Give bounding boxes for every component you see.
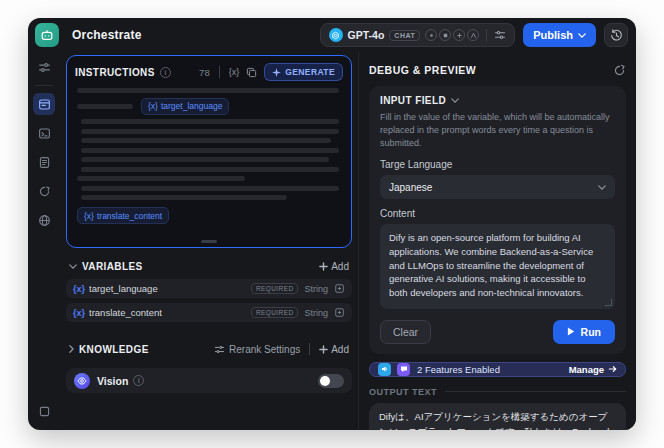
divider	[35, 85, 53, 86]
output-text-header: OUTPUT TEXT	[369, 387, 626, 397]
variable-row[interactable]: {x} target_language REQUIRED String	[66, 279, 352, 298]
variable-prefix: {x}	[148, 101, 158, 111]
capability-icon	[453, 29, 465, 41]
arrow-right-icon	[608, 365, 617, 373]
capability-icon	[425, 29, 437, 41]
manage-label: Manage	[569, 364, 604, 375]
app-logo-robot-icon[interactable]	[35, 23, 59, 47]
variable-type: String	[304, 284, 328, 294]
clear-button[interactable]: Clear	[380, 320, 431, 344]
run-button[interactable]: Run	[553, 320, 615, 344]
textarea-resize-grip[interactable]	[605, 299, 612, 306]
model-settings-icon[interactable]	[33, 56, 55, 78]
input-field-card: INPUT FIELD Fill in the value of the var…	[369, 86, 626, 354]
conversation-feature-icon	[397, 363, 410, 376]
output-text-bubble: Difyは、AIアプリケーションを構築するためのオープンソースプラットフォームで…	[369, 403, 626, 430]
add-knowledge-button[interactable]: Add	[319, 344, 349, 355]
required-badge: REQUIRED	[251, 307, 299, 318]
plus-icon	[319, 262, 328, 271]
required-badge: REQUIRED	[251, 283, 299, 294]
vision-toggle[interactable]	[318, 374, 344, 388]
input-field-header[interactable]: INPUT FIELD	[380, 95, 615, 106]
insert-variable-icon[interactable]: {x}	[229, 67, 240, 77]
chevron-down-icon	[598, 185, 606, 190]
output-text-title: OUTPUT TEXT	[369, 387, 437, 397]
copy-icon[interactable]	[246, 67, 257, 78]
divider	[219, 66, 220, 78]
features-enabled-label: 2 Features Enabled	[417, 364, 500, 375]
rerank-settings-button[interactable]: Rerank Settings	[214, 344, 300, 355]
variable-row[interactable]: {x} translate_content REQUIRED String	[66, 303, 352, 322]
left-sidebar	[28, 52, 60, 430]
model-params-icon[interactable]	[494, 29, 506, 41]
chevron-down-icon	[451, 98, 459, 103]
target-language-value: Japanese	[389, 182, 432, 193]
chevron-right-icon[interactable]	[69, 345, 74, 353]
capability-icon	[439, 29, 451, 41]
orchestrate-panel: INSTRUCTIONS i 78 {x}	[60, 52, 358, 430]
variable-prefix: {x}	[73, 308, 85, 318]
input-field-title: INPUT FIELD	[380, 95, 446, 106]
history-button[interactable]	[604, 23, 628, 47]
openai-icon	[329, 28, 343, 42]
clear-label: Clear	[393, 326, 418, 338]
type-settings-icon[interactable]	[334, 283, 345, 294]
restart-icon[interactable]	[613, 64, 626, 77]
info-icon: i	[160, 67, 171, 78]
variable-chip-label: target_language	[161, 101, 222, 111]
run-label: Run	[581, 326, 601, 338]
content-label: Content	[380, 208, 615, 219]
debug-preview-title: DEBUG & PREVIEW	[369, 64, 476, 76]
resize-handle[interactable]	[201, 240, 217, 243]
debug-preview-panel: DEBUG & PREVIEW INPUT FIELD Fill	[358, 52, 636, 430]
sidebar-item-logs[interactable]	[33, 151, 55, 173]
generate-label: GENERATE	[285, 67, 335, 77]
text-to-speech-feature-icon	[378, 363, 391, 376]
vision-label: Vision	[97, 375, 128, 387]
prompt-text: {x} target_language	[75, 82, 343, 229]
sidebar-item-embed[interactable]	[33, 400, 55, 422]
chevron-down-icon	[578, 33, 586, 38]
publish-button[interactable]: Publish	[523, 23, 596, 47]
manage-features-button[interactable]: Manage	[569, 364, 617, 375]
play-icon	[567, 327, 575, 336]
variable-chip[interactable]: {x} target_language	[141, 98, 229, 115]
target-language-label: Targe Language	[380, 159, 615, 170]
vision-eye-icon	[74, 373, 90, 389]
variable-chip[interactable]: {x} translate_content	[77, 207, 169, 224]
variable-name: translate_content	[89, 307, 162, 318]
target-language-select[interactable]: Japanese	[380, 175, 615, 199]
generate-button[interactable]: GENERATE	[264, 63, 343, 81]
tune-icon	[214, 344, 225, 355]
features-enabled-bar[interactable]: 2 Features Enabled Manage	[369, 362, 626, 377]
app-header: Orchestrate GPT-4o CHAT	[28, 18, 636, 52]
sparkle-icon	[272, 68, 281, 77]
variable-type: String	[304, 308, 328, 318]
instructions-editor[interactable]: INSTRUCTIONS i 78 {x}	[66, 55, 352, 248]
knowledge-title: KNOWLEDGE	[79, 344, 149, 355]
input-field-description: Fill in the value of the variable, which…	[380, 111, 615, 150]
variable-name: target_language	[89, 283, 158, 294]
variables-title: VARIABLES	[82, 261, 143, 272]
model-capability-icons	[425, 29, 479, 41]
knowledge-section-header: KNOWLEDGE Rerank Settings Add	[66, 336, 352, 362]
add-label: Add	[331, 261, 349, 272]
add-label: Add	[331, 344, 349, 355]
type-settings-icon[interactable]	[334, 307, 345, 318]
capability-icon	[467, 29, 479, 41]
sidebar-item-explore[interactable]	[33, 209, 55, 231]
sidebar-item-orchestrate[interactable]	[33, 93, 55, 115]
sidebar-item-terminal[interactable]	[33, 122, 55, 144]
sidebar-item-annotation[interactable]	[33, 180, 55, 202]
info-icon: i	[133, 375, 144, 386]
plus-icon	[319, 345, 328, 354]
content-value: Dify is an open-source platform for buil…	[389, 232, 593, 298]
chevron-down-icon[interactable]	[69, 264, 77, 269]
variable-chip-label: translate_content	[97, 211, 162, 221]
publish-label: Publish	[533, 29, 573, 41]
add-variable-button[interactable]: Add	[319, 261, 349, 272]
variables-section-header: VARIABLES Add	[66, 253, 352, 279]
model-selector[interactable]: GPT-4o CHAT	[320, 23, 516, 47]
content-textarea[interactable]: Dify is an open-source platform for buil…	[380, 224, 615, 309]
page-title: Orchestrate	[72, 28, 142, 42]
